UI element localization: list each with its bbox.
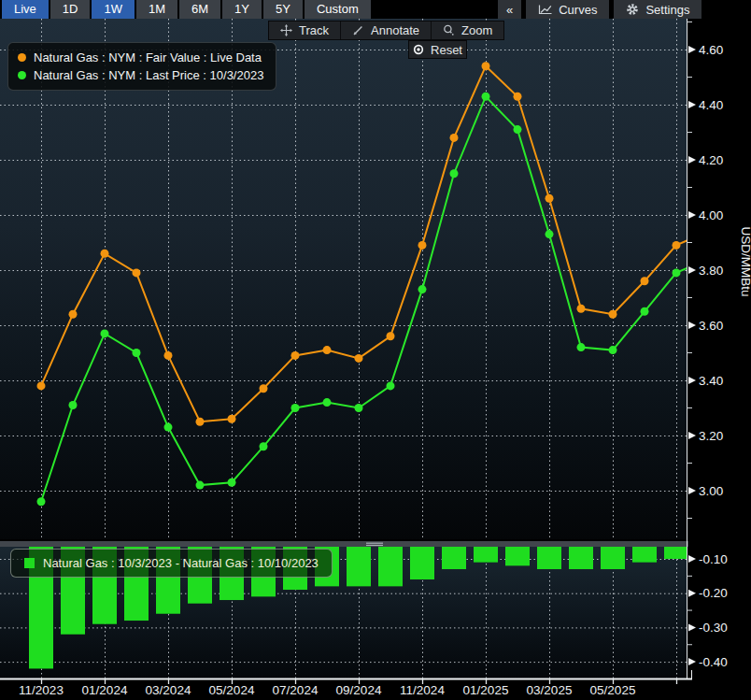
last-price-marker — [418, 285, 427, 293]
fair-value-marker — [37, 381, 46, 390]
fair-value-marker — [69, 310, 78, 319]
track-button[interactable]: Track — [269, 21, 340, 39]
last-price-marker — [323, 398, 332, 407]
panel-divider[interactable] — [0, 541, 688, 547]
tab-custom[interactable]: Custom — [305, 0, 371, 19]
x-axis-label: 09/2024 — [336, 683, 382, 697]
reset-button[interactable]: Reset — [408, 40, 467, 59]
last-price-marker — [260, 442, 268, 450]
fair-value-marker — [164, 351, 173, 360]
x-axis-label: 07/2024 — [273, 683, 319, 697]
fair-value-marker — [641, 277, 649, 285]
x-axis-label: 11/2023 — [19, 683, 64, 697]
difference-series-label: Natural Gas : 10/3/2023 - Natural Gas : … — [43, 556, 319, 570]
y-tick-arrow-icon — [688, 321, 696, 329]
collapse-chevrons-icon: « — [506, 3, 513, 17]
last-price-marker — [355, 404, 363, 412]
y-tick-arrow-icon — [688, 156, 696, 164]
tab-6m[interactable]: 6M — [179, 0, 220, 19]
annotate-button[interactable]: Annotate — [340, 21, 431, 39]
y-axis-title: USD/MMBtu — [739, 226, 751, 296]
settings-button[interactable]: Settings — [614, 0, 701, 19]
fair-value-marker — [673, 241, 681, 250]
fair-value-series-dot-icon — [18, 53, 26, 62]
tab-1w[interactable]: 1W — [92, 0, 135, 19]
zoom-button[interactable]: Zoom — [431, 21, 503, 39]
y-tick-arrow-icon — [688, 266, 696, 274]
x-axis-label: 03/2024 — [146, 683, 191, 697]
fair-value-marker — [228, 415, 236, 423]
y-tick-arrow-icon — [688, 658, 696, 665]
fair-value-marker — [196, 418, 205, 426]
fair-value-marker — [355, 354, 363, 363]
legend-item-last-price[interactable]: Natural Gas : NYM : Last Price : 10/3/20… — [18, 66, 263, 84]
main-panel-background — [0, 19, 687, 539]
x-axis-label: 05/2025 — [590, 683, 636, 697]
difference-series-swatch-icon — [24, 558, 35, 568]
tab-1y[interactable]: 1Y — [222, 0, 262, 19]
difference-bar — [378, 547, 403, 586]
last-price-marker — [387, 381, 395, 390]
track-button-label: Track — [299, 23, 329, 37]
last-price-marker — [291, 404, 300, 412]
x-axis-label: 01/2024 — [82, 683, 128, 697]
price-axis-label: 3.60 — [699, 319, 723, 333]
fair-value-marker — [546, 194, 554, 203]
last-price-marker — [609, 346, 617, 354]
last-price-series-dot-icon — [18, 71, 26, 79]
curves-button[interactable]: Curves — [526, 0, 609, 19]
chart-canvas[interactable]: 11/202301/202403/202405/202407/202409/20… — [0, 0, 751, 700]
zoom-button-label: Zoom — [461, 23, 492, 37]
difference-bar — [347, 547, 371, 586]
last-price-marker — [164, 423, 173, 432]
x-axis-label: 11/2024 — [400, 683, 445, 697]
reset-button-label: Reset — [431, 43, 462, 57]
difference-axis-label: -0.40 — [699, 655, 728, 669]
fair-value-marker — [291, 351, 300, 360]
y-tick-arrow-icon — [688, 432, 696, 439]
difference-panel-legend[interactable]: Natural Gas : 10/3/2023 - Natural Gas : … — [10, 549, 333, 578]
curve-chart-icon — [538, 5, 552, 15]
price-axis-label: 3.00 — [699, 484, 723, 498]
difference-bar — [410, 547, 434, 579]
tab-1m[interactable]: 1M — [136, 0, 177, 19]
last-price-marker — [37, 497, 46, 506]
y-tick-arrow-icon — [688, 623, 696, 631]
panel-divider-handle-icon — [366, 543, 383, 544]
last-price-marker — [450, 169, 459, 178]
y-tick-arrow-icon — [688, 101, 696, 108]
panel-divider-handle-icon — [366, 545, 383, 546]
magnifier-icon — [443, 24, 455, 36]
difference-axis-label: -0.20 — [699, 586, 728, 600]
last-price-marker — [69, 401, 78, 409]
last-price-marker — [641, 307, 649, 316]
y-tick-arrow-icon — [688, 487, 696, 494]
annotate-button-label: Annotate — [371, 23, 419, 37]
fair-value-marker — [101, 250, 109, 258]
tab-live[interactable]: Live — [2, 0, 49, 19]
tab-1d[interactable]: 1D — [50, 0, 91, 19]
difference-axis-label: -0.10 — [699, 552, 728, 566]
x-axis-label: 03/2025 — [527, 683, 573, 697]
legend-item-fair-value[interactable]: Natural Gas : NYM : Fair Value : Live Da… — [18, 49, 263, 66]
collapse-button[interactable]: « — [498, 0, 521, 19]
last-price-series-label: Natural Gas : NYM : Last Price : 10/3/20… — [34, 66, 263, 84]
difference-bar — [569, 547, 593, 569]
reset-record-icon — [413, 44, 424, 55]
last-price-marker — [514, 125, 522, 134]
difference-bar — [664, 547, 688, 559]
fair-value-marker — [133, 268, 141, 277]
settings-button-label: Settings — [645, 3, 689, 17]
fair-value-marker — [704, 227, 713, 236]
tab-5y[interactable]: 5Y — [263, 0, 303, 19]
last-price-marker — [482, 93, 490, 101]
price-axis-label: 3.20 — [699, 429, 723, 443]
price-axis-label: 3.80 — [699, 264, 723, 278]
y-tick-arrow-icon — [688, 46, 696, 53]
y-tick-arrow-icon — [688, 555, 696, 563]
price-axis-label: 4.60 — [699, 43, 723, 57]
fair-value-marker — [482, 62, 490, 70]
last-price-marker — [228, 479, 236, 487]
difference-axis-label: -0.30 — [699, 621, 728, 635]
last-price-marker — [577, 343, 586, 351]
